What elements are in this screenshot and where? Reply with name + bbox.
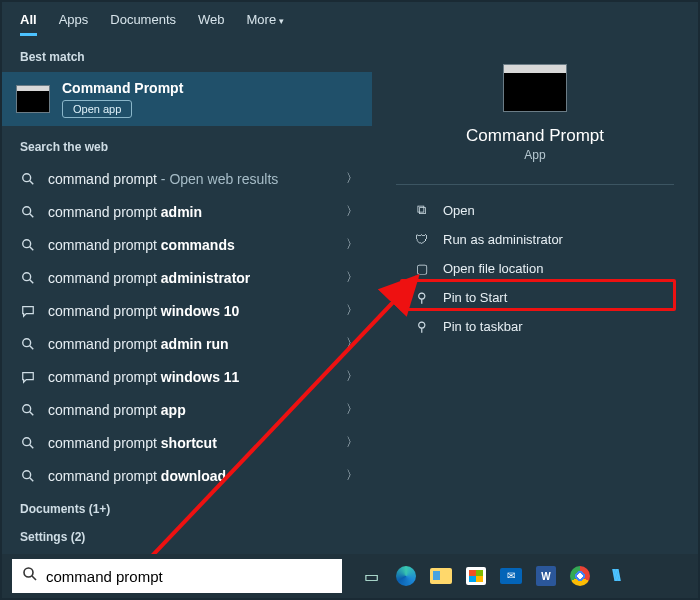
documents-results-link[interactable]: Documents (1+)	[2, 492, 372, 520]
search-icon	[20, 436, 36, 450]
taskbar-app-explorer[interactable]	[430, 568, 452, 584]
action-pin-to-taskbar[interactable]: ⚲ Pin to taskbar	[372, 312, 698, 341]
admin-shield-icon: 🛡	[414, 232, 429, 247]
suggestion-text: command prompt admin run	[48, 336, 229, 352]
svg-line-15	[30, 477, 34, 481]
web-suggestion[interactable]: command prompt admin run〉	[2, 327, 372, 360]
best-match-title: Command Prompt	[62, 80, 183, 96]
command-prompt-icon	[16, 85, 50, 113]
search-icon	[20, 403, 36, 417]
chevron-right-icon: 〉	[346, 401, 358, 418]
suggestion-text: command prompt windows 10	[48, 303, 239, 319]
chevron-right-icon: 〉	[346, 434, 358, 451]
search-icon	[20, 337, 36, 351]
web-suggestion[interactable]: command prompt windows 10〉	[2, 294, 372, 327]
chat-icon	[20, 304, 36, 318]
open-icon: ⧉	[414, 202, 429, 218]
taskbar-app-mail[interactable]: ✉	[500, 568, 522, 584]
section-search-web: Search the web	[2, 126, 372, 162]
svg-point-12	[23, 437, 31, 445]
suggestion-text: command prompt - Open web results	[48, 171, 278, 187]
chevron-right-icon: 〉	[346, 236, 358, 253]
chevron-right-icon: 〉	[346, 467, 358, 484]
svg-point-2	[23, 206, 31, 214]
search-icon	[20, 469, 36, 483]
tab-more[interactable]: More▾	[247, 12, 285, 36]
suggestion-text: command prompt commands	[48, 237, 235, 253]
search-category-tabs: All Apps Documents Web More▾	[2, 2, 698, 36]
svg-point-14	[23, 470, 31, 478]
chevron-right-icon: 〉	[346, 203, 358, 220]
svg-line-1	[30, 180, 34, 184]
svg-point-17	[24, 568, 33, 577]
web-suggestion[interactable]: command prompt app〉	[2, 393, 372, 426]
tab-apps[interactable]: Apps	[59, 12, 89, 36]
search-icon	[22, 566, 38, 586]
tab-all[interactable]: All	[20, 12, 37, 36]
svg-point-10	[23, 404, 31, 412]
svg-point-6	[23, 272, 31, 280]
pin-icon: ⚲	[414, 319, 429, 334]
taskbar-search[interactable]	[12, 559, 342, 593]
task-view-button[interactable]: ▭	[360, 565, 382, 587]
tab-web[interactable]: Web	[198, 12, 225, 36]
search-icon	[20, 172, 36, 186]
suggestion-text: command prompt shortcut	[48, 435, 217, 451]
taskbar-app-word[interactable]: W	[536, 566, 556, 586]
svg-line-5	[30, 246, 34, 250]
folder-icon: ▢	[414, 261, 429, 276]
chevron-down-icon: ▾	[279, 16, 284, 26]
svg-point-4	[23, 239, 31, 247]
search-icon	[20, 205, 36, 219]
web-suggestion[interactable]: command prompt windows 11〉	[2, 360, 372, 393]
chevron-right-icon: 〉	[346, 302, 358, 319]
suggestion-text: command prompt administrator	[48, 270, 250, 286]
section-best-match: Best match	[2, 36, 372, 72]
svg-point-8	[23, 338, 31, 346]
suggestion-text: command prompt admin	[48, 204, 202, 220]
svg-line-7	[30, 279, 34, 283]
action-open-file-location[interactable]: ▢ Open file location	[372, 254, 698, 283]
chevron-right-icon: 〉	[346, 269, 358, 286]
tab-documents[interactable]: Documents	[110, 12, 176, 36]
svg-line-9	[30, 345, 34, 349]
command-prompt-icon	[503, 64, 567, 112]
taskbar-app-other[interactable]: \\\\	[604, 565, 626, 587]
taskbar-app-edge[interactable]	[396, 566, 416, 586]
web-suggestion[interactable]: command prompt - Open web results〉	[2, 162, 372, 195]
web-suggestion[interactable]: command prompt download〉	[2, 459, 372, 492]
taskbar-app-store[interactable]	[466, 567, 486, 585]
results-panel: Best match Command Prompt Open app Searc…	[2, 36, 372, 544]
action-open[interactable]: ⧉ Open	[372, 195, 698, 225]
search-input[interactable]	[46, 568, 332, 585]
svg-point-0	[23, 173, 31, 181]
chat-icon	[20, 370, 36, 384]
suggestion-text: command prompt windows 11	[48, 369, 239, 385]
preview-panel: Command Prompt App ⧉ Open 🛡 Run as admin…	[372, 36, 698, 544]
svg-line-11	[30, 411, 34, 415]
preview-title: Command Prompt	[372, 126, 698, 146]
taskbar-app-chrome[interactable]	[570, 566, 590, 586]
chevron-right-icon: 〉	[346, 170, 358, 187]
divider	[396, 184, 674, 185]
suggestion-text: command prompt download	[48, 468, 226, 484]
action-run-as-admin[interactable]: 🛡 Run as administrator	[372, 225, 698, 254]
svg-line-18	[32, 576, 36, 580]
pin-icon: ⚲	[414, 290, 429, 305]
web-suggestion[interactable]: command prompt shortcut〉	[2, 426, 372, 459]
preview-subtitle: App	[372, 148, 698, 162]
taskbar: ▭ ✉ W \\\\	[2, 554, 698, 598]
chevron-right-icon: 〉	[346, 335, 358, 352]
chevron-right-icon: 〉	[346, 368, 358, 385]
action-pin-to-start[interactable]: ⚲ Pin to Start	[372, 283, 698, 312]
web-suggestion[interactable]: command prompt administrator〉	[2, 261, 372, 294]
search-icon	[20, 271, 36, 285]
web-suggestion[interactable]: command prompt admin〉	[2, 195, 372, 228]
settings-results-link[interactable]: Settings (2)	[2, 520, 372, 548]
search-icon	[20, 238, 36, 252]
svg-line-13	[30, 444, 34, 448]
open-app-button[interactable]: Open app	[62, 100, 132, 118]
svg-line-3	[30, 213, 34, 217]
best-match-result[interactable]: Command Prompt Open app	[2, 72, 372, 126]
web-suggestion[interactable]: command prompt commands〉	[2, 228, 372, 261]
